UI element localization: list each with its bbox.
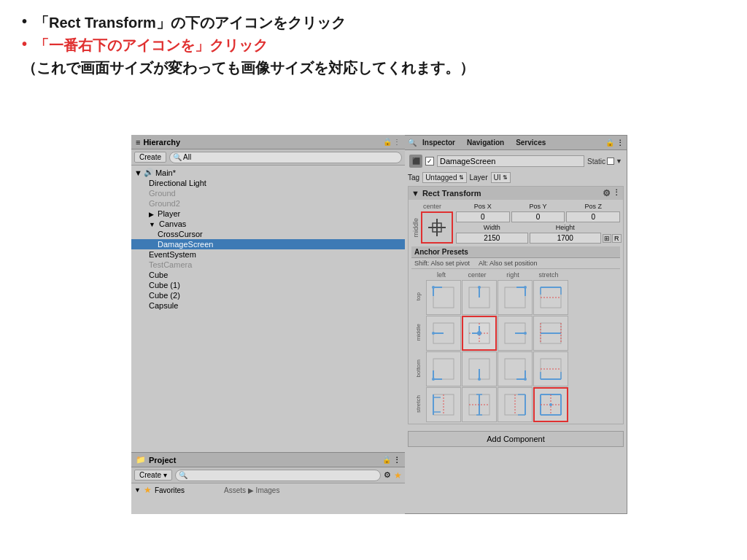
tree-arrow-icon: ▼ (134, 486, 141, 494)
hierarchy-search[interactable]: 🔍 All (169, 152, 402, 163)
anchor-btn-middle-stretch[interactable] (533, 316, 568, 351)
anchor-btn-stretch-right[interactable] (498, 387, 533, 422)
tree-item-damagescreen[interactable]: DamageScreen (131, 239, 405, 249)
tree-item-capsule[interactable]: Capsule (131, 300, 405, 311)
project-menu-icon[interactable]: ⋮ (393, 456, 400, 464)
inspector-menu-icon[interactable]: ⋮ (616, 139, 624, 147)
anchor-preset-icon[interactable] (421, 211, 453, 244)
instruction-line-1: 「Rect Transform」の下のアイコンをクリック (22, 13, 725, 33)
anchor-btn-middle-right[interactable] (498, 316, 533, 351)
search-all-label: All (183, 153, 191, 161)
anchor-btn-top-center[interactable] (462, 280, 497, 315)
project-create-button[interactable]: Create ▾ (134, 470, 172, 481)
tree-item-ground[interactable]: Ground (131, 188, 405, 198)
rect-transform-title: Rect Transform (422, 189, 481, 198)
instructions-section: 「Rect Transform」の下のアイコンをクリック 「一番右下のアイコンを… (0, 0, 747, 85)
anchor-btn-stretch-left[interactable] (426, 387, 461, 422)
rect-transform-gear-icon[interactable]: ⚙ (603, 188, 611, 198)
pos-y-input[interactable] (511, 211, 565, 222)
project-filter-icon[interactable]: ⚙ (384, 470, 391, 480)
tree-item-directional-light[interactable]: Directional Light (131, 178, 405, 188)
anchor-presets-title: Anchor Presets (411, 246, 620, 258)
static-dropdown-arrow[interactable]: ▼ (616, 158, 622, 165)
project-lock-icon[interactable]: 🔒 (382, 456, 391, 464)
svg-point-6 (432, 286, 435, 289)
tree-item-cube2[interactable]: Cube (2) (131, 290, 405, 300)
tag-label: Tag (408, 174, 419, 182)
project-panel: 📁 Project 🔒 ⋮ Create ▾ 🔍 ⚙ ★ ▼ ★ Favorit… (131, 452, 405, 514)
middle-label: middle (411, 218, 420, 238)
anchor-btn-bottom-stretch[interactable] (533, 351, 568, 386)
gameobject-active-checkbox[interactable]: ✓ (425, 157, 434, 166)
folder-icon: 📁 (136, 455, 146, 464)
tag-layer-row: Tag Untagged ⇅ Layer UI ⇅ (408, 172, 624, 183)
hierarchy-lock-icon[interactable]: 🔒 (383, 138, 392, 146)
project-titlebar: 📁 Project 🔒 ⋮ (131, 453, 405, 467)
rect-transform-header[interactable]: ▼ Rect Transform ⚙ ⋮ (409, 187, 623, 200)
tree-item-ground2[interactable]: Ground2 (131, 198, 405, 209)
anchor-btn-top-right[interactable] (498, 280, 533, 315)
tag-dropdown[interactable]: Untagged ⇅ (422, 172, 466, 183)
col-label-right: right (496, 271, 530, 279)
row-label-top: top (415, 292, 422, 300)
layer-dropdown[interactable]: UI ⇅ (491, 172, 511, 183)
anchor-buttons-grid (426, 280, 567, 421)
inspector-body: ⬛ ✓ Static ▼ Tag Untagged ⇅ Layer (405, 150, 627, 513)
tree-item-player[interactable]: ▶ Player (131, 209, 405, 219)
search-icon: 🔍 (173, 153, 182, 161)
anchor-btn-middle-center[interactable] (462, 316, 497, 351)
project-star-icon[interactable]: ★ (394, 470, 402, 481)
anchor-info: Shift: Also set pivot Alt: Also set posi… (411, 258, 620, 269)
svg-point-38 (432, 378, 435, 381)
static-checkbox[interactable] (607, 158, 614, 165)
col-label-left: left (425, 271, 458, 279)
hierarchy-menu-icon[interactable]: ⋮ (393, 138, 400, 146)
svg-rect-42 (505, 359, 525, 379)
anchor-btn-bottom-right[interactable] (498, 351, 533, 386)
tree-item-testcamera[interactable]: TestCamera (131, 260, 405, 270)
row-label-stretch: stretch (415, 395, 422, 413)
svg-point-45 (524, 378, 527, 381)
hierarchy-title: Hierarchy (143, 138, 180, 147)
anchor-btn-stretch-center[interactable] (462, 387, 497, 422)
hierarchy-tree: ▼ 🔊 Main* Directional Light Ground Groun… (131, 166, 405, 452)
height-label: Height (530, 224, 602, 231)
tree-item-crosscursor[interactable]: CrossCursor (131, 229, 405, 239)
r-button[interactable]: R (612, 234, 622, 243)
add-component-button[interactable]: Add Component (408, 431, 624, 447)
hierarchy-create-button[interactable]: Create (134, 152, 166, 163)
tab-services[interactable]: Services (511, 139, 550, 147)
width-input[interactable] (456, 233, 528, 244)
anchor-btn-bottom-left[interactable] (426, 351, 461, 386)
project-toolbar: Create ▾ 🔍 ⚙ ★ (131, 467, 405, 483)
project-search[interactable]: 🔍 (175, 470, 381, 481)
anchor-btn-middle-left[interactable] (426, 316, 461, 351)
anchor-btn-top-stretch[interactable] (533, 280, 568, 315)
anchor-btn-stretch-stretch[interactable] (533, 387, 568, 422)
gameobject-name-input[interactable] (437, 155, 584, 167)
inspector-lock-icon[interactable]: 🔒 (605, 139, 614, 147)
row-label-middle: middle (415, 324, 422, 341)
pos-z-label: Pos Z (566, 203, 620, 210)
tab-navigation[interactable]: Navigation (462, 139, 508, 147)
rect-transform-menu-icon[interactable]: ⋮ (613, 188, 620, 198)
scene-arrow: ▼ (134, 168, 142, 177)
pos-z-input[interactable] (566, 211, 620, 222)
svg-point-30 (524, 332, 527, 335)
height-input[interactable] (530, 233, 602, 244)
tab-inspector[interactable]: Inspector (418, 139, 460, 147)
tree-item-cube[interactable]: Cube (131, 270, 405, 280)
rect-transform-arrow: ▼ (411, 189, 419, 198)
anchor-btn-top-left[interactable] (426, 280, 461, 315)
anchor-btn-bottom-center[interactable] (462, 351, 497, 386)
tree-item-cube1[interactable]: Cube (1) (131, 280, 405, 290)
svg-point-13 (524, 286, 527, 289)
project-footer: ▼ ★ Favorites Assets ▶ Images (131, 483, 405, 497)
svg-point-9 (478, 286, 481, 289)
pos-x-input[interactable] (456, 211, 510, 222)
scene-root-item[interactable]: ▼ 🔊 Main* (131, 167, 405, 178)
tree-item-eventsystem[interactable]: EventSystem (131, 249, 405, 260)
tree-item-canvas[interactable]: ▼ Canvas (131, 219, 405, 229)
svg-point-41 (478, 378, 481, 381)
blueprint-icon[interactable]: ⊞ (603, 234, 611, 243)
